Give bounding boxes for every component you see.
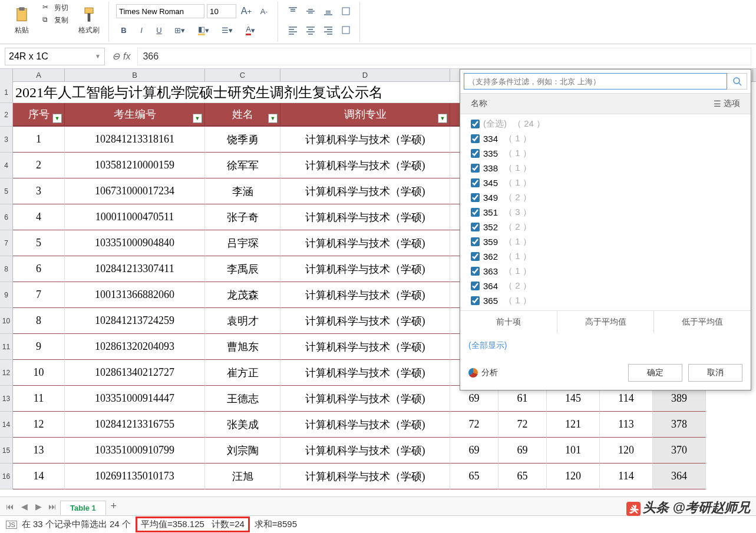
- filter-checkbox-item[interactable]: 364 （ 2 ）: [460, 279, 751, 293]
- prev-sheet-button[interactable]: ◀: [18, 500, 31, 513]
- table-cell[interactable]: 121: [547, 412, 600, 438]
- table-cell[interactable]: 113: [600, 412, 653, 438]
- table-cell[interactable]: 103351000910799: [65, 438, 205, 464]
- row-header[interactable]: 13: [0, 386, 13, 412]
- table-cell[interactable]: 14: [13, 464, 65, 489]
- filter-checkbox-item[interactable]: 351 （ 3 ）: [460, 205, 751, 220]
- table-cell[interactable]: 11: [13, 386, 65, 412]
- filter-checkbox-item[interactable]: 352 （ 2 ）: [460, 220, 751, 234]
- cell-style-button[interactable]: ☰▾: [216, 22, 237, 38]
- filter-options-button[interactable]: ☰ 选项: [714, 98, 740, 109]
- analyze-button[interactable]: 分析: [468, 368, 498, 378]
- next-sheet-button[interactable]: ▶: [32, 500, 45, 513]
- increase-font-button[interactable]: A+: [239, 4, 254, 19]
- fill-color-button[interactable]: ◧▾: [193, 22, 214, 38]
- row-header[interactable]: 2: [0, 103, 13, 127]
- fx-icon[interactable]: fx: [123, 51, 130, 62]
- table-cell[interactable]: 计算机科学与技术（学硕): [280, 178, 450, 204]
- table-cell[interactable]: 刘宗陶: [205, 438, 280, 464]
- filter-checkbox[interactable]: [471, 164, 480, 173]
- table-cell[interactable]: 计算机科学与技术（学硕): [280, 308, 450, 334]
- table-cell[interactable]: 69: [499, 438, 547, 464]
- table-cell[interactable]: 103351000914447: [65, 386, 205, 412]
- orientation-button[interactable]: [338, 4, 354, 19]
- table-cell[interactable]: 4: [13, 204, 65, 230]
- font-name-select[interactable]: [116, 4, 204, 18]
- row-header[interactable]: 11: [0, 334, 13, 360]
- row-header[interactable]: 8: [0, 256, 13, 282]
- table-cell[interactable]: 102861320204093: [65, 334, 205, 360]
- table-cell[interactable]: 72: [450, 412, 499, 438]
- filter-toggle-button[interactable]: ▼: [438, 114, 447, 123]
- table-cell[interactable]: 1: [13, 127, 65, 153]
- table-cell[interactable]: 103581210000159: [65, 153, 205, 178]
- cancel-fx-icon[interactable]: ⊖: [112, 51, 120, 62]
- row-header[interactable]: 5: [0, 178, 13, 204]
- table-cell[interactable]: 徐军军: [205, 153, 280, 178]
- table-cell[interactable]: 3: [13, 178, 65, 204]
- table-cell[interactable]: 计算机科学与技术（学硕): [280, 412, 450, 438]
- table-header[interactable]: 调剂专业▼: [280, 103, 450, 127]
- first-sheet-button[interactable]: ⏮: [4, 500, 16, 513]
- filter-checkbox[interactable]: [471, 223, 480, 231]
- add-sheet-button[interactable]: +: [107, 500, 120, 513]
- table-cell[interactable]: 102841213318161: [65, 127, 205, 153]
- filter-checkbox-item[interactable]: 365 （ 1 ）: [460, 293, 751, 308]
- filter-toggle-button[interactable]: ▼: [268, 114, 278, 123]
- filter-checkbox[interactable]: [471, 120, 480, 128]
- align-left-button[interactable]: [285, 22, 301, 38]
- table-cell[interactable]: 计算机科学与技术（学硕): [280, 153, 450, 178]
- table-cell[interactable]: 崔方正: [205, 360, 280, 386]
- font-color-button[interactable]: A▾: [240, 22, 261, 38]
- cut-button[interactable]: ✂剪切: [40, 2, 71, 14]
- row-header[interactable]: 10: [0, 308, 13, 334]
- align-center-button[interactable]: [303, 22, 318, 38]
- table-cell[interactable]: 李禹辰: [205, 256, 280, 282]
- select-all-corner[interactable]: [0, 69, 13, 82]
- filter-search-input[interactable]: [464, 73, 727, 90]
- underline-button[interactable]: U: [151, 22, 167, 38]
- name-box[interactable]: 24R x 1C ▼: [5, 48, 105, 65]
- table-cell[interactable]: 364: [653, 464, 706, 489]
- row-header[interactable]: 12: [0, 360, 13, 386]
- table-cell[interactable]: 曹旭东: [205, 334, 280, 360]
- col-header-b[interactable]: B: [65, 69, 205, 81]
- table-cell[interactable]: 65: [499, 464, 547, 489]
- row-header[interactable]: 14: [0, 412, 13, 438]
- spreadsheet-grid[interactable]: A B C D 12021年人工智能与计算机学院硕士研究生调剂生复试公示名2序号…: [0, 69, 756, 496]
- filter-checkbox-item[interactable]: 338 （ 1 ）: [460, 161, 751, 176]
- table-cell[interactable]: 张美成: [205, 412, 280, 438]
- filter-checkbox-item[interactable]: (全选) （ 24 ）: [460, 117, 751, 131]
- bold-button[interactable]: B: [116, 22, 131, 38]
- table-cell[interactable]: 5: [13, 230, 65, 256]
- filter-checkbox-item[interactable]: 334 （ 1 ）: [460, 131, 751, 146]
- table-cell[interactable]: 8: [13, 308, 65, 334]
- filter-toggle-button[interactable]: ▼: [52, 114, 62, 123]
- table-cell[interactable]: 李涵: [205, 178, 280, 204]
- table-cell[interactable]: 378: [653, 412, 706, 438]
- table-cell[interactable]: 13: [13, 438, 65, 464]
- formula-input[interactable]: [137, 48, 751, 65]
- filter-checkbox[interactable]: [471, 208, 480, 217]
- table-cell[interactable]: 9: [13, 334, 65, 360]
- table-cell[interactable]: 10: [13, 360, 65, 386]
- table-cell[interactable]: 计算机科学与技术（学硕): [280, 127, 450, 153]
- indent-button[interactable]: [338, 22, 354, 38]
- table-cell[interactable]: 102841213724259: [65, 308, 205, 334]
- table-cell[interactable]: 120: [600, 438, 653, 464]
- table-cell[interactable]: 102841213316755: [65, 412, 205, 438]
- table-cell[interactable]: 106731000017234: [65, 178, 205, 204]
- decrease-font-button[interactable]: A-: [256, 4, 272, 19]
- col-header-c[interactable]: C: [205, 69, 280, 81]
- row-header[interactable]: 15: [0, 438, 13, 464]
- font-size-select[interactable]: [207, 4, 236, 18]
- filter-checkbox-item[interactable]: 345 （ 1 ）: [460, 176, 751, 190]
- table-cell[interactable]: 7: [13, 282, 65, 308]
- table-cell[interactable]: 120: [547, 464, 600, 489]
- col-header-d[interactable]: D: [280, 69, 450, 81]
- table-cell[interactable]: 王德志: [205, 386, 280, 412]
- row-header[interactable]: 16: [0, 464, 13, 489]
- row-header[interactable]: 4: [0, 153, 13, 178]
- table-cell[interactable]: 计算机科学与技术（学硕): [280, 256, 450, 282]
- table-cell[interactable]: 计算机科学与技术（学硕): [280, 464, 450, 489]
